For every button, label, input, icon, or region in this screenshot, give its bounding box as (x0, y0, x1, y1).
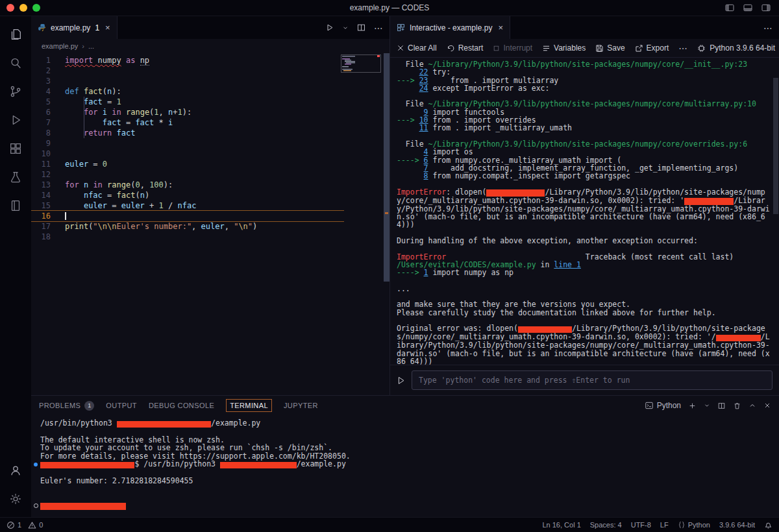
minimap-slider[interactable] (341, 54, 381, 73)
terminal-line: $ /usr/bin/python3 /example.py (40, 460, 774, 468)
split-editor-icon[interactable] (356, 23, 366, 32)
interrupt-button[interactable]: Interrupt (493, 43, 532, 53)
variables-button[interactable]: Variables (542, 43, 586, 53)
run-and-debug-icon[interactable] (0, 106, 31, 134)
indentation[interactable]: Spaces: 4 (590, 521, 622, 529)
tab-debug-console[interactable]: DEBUG CONSOLE (149, 402, 214, 409)
code-line: 12 (31, 169, 390, 180)
code-line: 17print("\n\nEuler's number:", euler, "\… (31, 221, 390, 232)
breadcrumb-file[interactable]: example.py (42, 42, 78, 50)
code-line: 4def fact(n): (31, 86, 390, 97)
toolbar-more-icon[interactable]: ⋯ (678, 43, 687, 53)
tab-interactive[interactable]: Interactive - example.py × (390, 16, 510, 39)
editor-scrollbar[interactable] (384, 53, 390, 282)
close-window-button[interactable] (6, 4, 14, 12)
terminal-output[interactable]: /usr/bin/python3 /example.py The default… (31, 415, 779, 519)
code-text: nfac = fact(n) (65, 190, 149, 200)
accounts-icon[interactable] (0, 456, 31, 485)
breadcrumb-separator-icon: › (82, 42, 84, 50)
redaction-box (40, 462, 134, 469)
toggle-panel-icon[interactable] (743, 3, 753, 13)
extensions-icon[interactable] (0, 134, 31, 163)
zoom-window-button[interactable] (32, 4, 40, 12)
python-interpreter[interactable]: 3.9.6 64-bit (719, 521, 755, 529)
jupyter-notebook-icon[interactable] (0, 191, 31, 220)
close-tab-icon[interactable]: × (105, 23, 110, 32)
code-editor[interactable]: 1import numpy as np234def fact(n):5 fact… (31, 53, 390, 395)
status-bar-right: Ln 16, Col 1 Spaces: 4 UTF-8 LF Python 3… (542, 521, 773, 529)
toggle-sidebar-right-icon[interactable] (761, 3, 771, 13)
editor-actions-right: ⋯ (763, 16, 779, 39)
export-button[interactable]: Export (635, 43, 669, 53)
save-button[interactable]: Save (595, 43, 624, 53)
search-icon[interactable] (0, 49, 31, 77)
settings-gear-icon[interactable] (0, 485, 31, 513)
tab-bar-right: Interactive - example.py × ⋯ (390, 16, 779, 39)
tab-terminal[interactable]: TERMINAL (226, 399, 272, 412)
interactive-toolbar: Clear All Restart Interrupt Variables Sa… (390, 39, 779, 58)
minimap[interactable] (341, 54, 381, 73)
close-tab-icon[interactable]: × (498, 23, 503, 32)
problems-status[interactable]: 1 0 (6, 521, 43, 529)
terminal-dropdown-chevron-icon[interactable] (704, 402, 710, 409)
kernel-selector[interactable]: Python 3.9.6 64-bit (697, 43, 775, 53)
code-text: fact = 1 (65, 97, 121, 107)
console-scrollbar[interactable] (773, 78, 778, 214)
minimize-window-button[interactable] (19, 4, 27, 12)
code-text: euler = 0 (65, 159, 107, 169)
code-line: 15 euler = euler + 1 / nfac (31, 200, 390, 211)
console-line: ... (397, 285, 773, 293)
console-line: Original error was: dlopen(/Library/Pyth… (397, 324, 773, 365)
new-terminal-icon[interactable] (688, 402, 697, 410)
clear-all-button[interactable]: Clear All (397, 43, 437, 53)
editor-group-left: example.py 1 × ⋯ example.py (31, 16, 390, 395)
line-number: 14 (31, 190, 65, 200)
cursor-position[interactable]: Ln 16, Col 1 (542, 521, 580, 529)
more-actions-icon[interactable]: ⋯ (763, 23, 773, 32)
language-mode[interactable]: Python (678, 521, 710, 529)
more-actions-icon[interactable]: ⋯ (374, 23, 383, 32)
line-number: 6 (31, 107, 65, 117)
eol-sequence[interactable]: LF (660, 521, 669, 529)
tab-label: Interactive - example.py (410, 23, 492, 32)
tab-output[interactable]: OUTPUT (106, 402, 137, 409)
problems-count-badge: 1 (84, 401, 94, 411)
restart-icon (447, 44, 455, 53)
tab-example-py[interactable]: example.py 1 × (31, 16, 117, 39)
terminal-profile[interactable]: Python (645, 401, 681, 410)
run-file-icon[interactable] (325, 23, 334, 32)
error-icon (6, 521, 15, 529)
testing-icon[interactable] (0, 163, 31, 191)
split-terminal-icon[interactable] (717, 402, 726, 410)
interactive-console-output[interactable]: File ~/Library/Python/3.9/lib/python/sit… (390, 58, 779, 365)
braces-icon (678, 521, 686, 529)
breadcrumb-symbol[interactable]: ... (88, 42, 94, 50)
source-control-icon[interactable] (0, 77, 31, 106)
maximize-panel-icon[interactable] (748, 402, 756, 409)
console-line: Please carefully study the documentation… (397, 309, 773, 317)
console-input[interactable] (412, 370, 773, 390)
layout-controls (724, 3, 779, 13)
restart-button[interactable]: Restart (447, 43, 484, 53)
kill-terminal-icon[interactable] (733, 402, 741, 410)
redaction-box (117, 421, 211, 428)
redaction-box (40, 503, 126, 510)
encoding[interactable]: UTF-8 (631, 521, 651, 529)
code-line: 10 (31, 149, 390, 159)
code-line: 16 (31, 211, 390, 221)
run-cell-icon[interactable] (396, 376, 406, 385)
close-panel-icon[interactable] (763, 402, 771, 409)
run-dropdown-chevron-icon[interactable] (342, 25, 349, 31)
code-text: return fact (65, 128, 135, 138)
tab-problems[interactable]: PROBLEMS1 (39, 401, 94, 411)
panel-actions: Python (645, 401, 771, 410)
code-text: print("\n\nEuler's number:", euler, "\n"… (65, 221, 257, 232)
window-title: example.py — CODES (0, 3, 779, 12)
console-line (397, 276, 773, 284)
toggle-sidebar-left-icon[interactable] (724, 3, 735, 13)
bottom-panel: PROBLEMS1 OUTPUT DEBUG CONSOLE TERMINAL … (31, 395, 779, 519)
line-number: 12 (31, 169, 65, 180)
explorer-icon[interactable] (0, 20, 31, 49)
tab-jupyter[interactable]: JUPYTER (284, 402, 318, 409)
notifications-bell-icon[interactable] (764, 521, 773, 529)
